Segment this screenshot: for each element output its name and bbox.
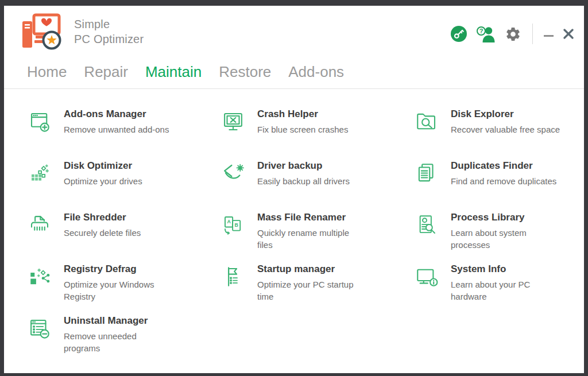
tool-title: System Info [451,263,530,275]
titlebar: Simple PC Optimizer [4,6,584,59]
tool-title: Add-ons Manager [64,108,169,120]
tool-tile-uninstall-manager[interactable]: Uninstall Manager Remove unneeded progra… [27,315,220,367]
svg-text:B: B [235,222,238,228]
close-button[interactable] [562,28,575,40]
tool-title: Startup manager [257,263,354,275]
tool-text: Disk Optimizer Optimize your drives [64,160,142,187]
tool-tile-driver-backup[interactable]: Driver backup Easily backup all drivers [220,160,414,212]
tool-title: Disk Optimizer [64,160,142,172]
duplicates-finder-icon [414,161,439,185]
tool-description: Securely delete files [64,227,141,239]
tool-tile-registry-defrag[interactable]: Registry Defrag Optimize your Windows Re… [27,263,220,315]
key-icon [451,26,467,42]
gear-icon [505,26,521,42]
crash-helper-icon [220,110,246,134]
nav-item-addons[interactable]: Add-ons [288,62,344,82]
tool-tile-addons-manager[interactable]: Add-ons Manager Remove unwanted add-ons [27,108,220,160]
app-title: Simple PC Optimizer [74,17,144,46]
tool-description: Learn about system processes [451,227,527,251]
tool-text: Startup manager Optimize your PC startup… [257,263,354,303]
titlebar-separator [532,24,533,44]
app-title-line2: PC Optimizer [74,32,144,46]
tool-title: Registry Defrag [64,263,154,275]
tool-description: Optimize your drives [64,175,142,187]
tool-title: Disk Explorer [451,108,560,120]
tool-text: Driver backup Easily backup all drivers [257,160,350,187]
disk-explorer-icon [414,110,439,134]
titlebar-actions: ? [451,13,575,44]
tool-description: Quickly rename multiple files [257,227,349,251]
tool-tile-disk-explorer[interactable]: Disk Explorer Recover valuable free spac… [414,108,584,160]
tool-tile-system-info[interactable]: System Info Learn about your PC hardware [414,263,584,315]
tool-description: Fix blue screen crashes [257,123,348,135]
tool-title: Process Library [451,212,527,223]
tool-description: Remove unwanted add-ons [64,123,169,135]
support-button[interactable]: ? [475,25,496,43]
tool-tile-duplicates-finder[interactable]: Duplicates Finder Find and remove duplic… [414,160,584,212]
tool-tile-file-shredder[interactable]: File Shredder Securely delete files [27,212,220,263]
tool-text: Disk Explorer Recover valuable free spac… [451,108,560,135]
tool-description: Easily backup all drivers [257,175,350,187]
tool-tile-mass-file-renamer[interactable]: A B Mass File Renamer Quickly rename mul… [220,212,414,263]
tool-text: Process Library Learn about system proce… [451,212,527,251]
addons-manager-icon [27,110,52,134]
tool-text: Mass File Renamer Quickly rename multipl… [257,212,349,251]
tool-text: Crash Helper Fix blue screen crashes [257,108,348,135]
tool-text: Uninstall Manager Remove unneeded progra… [64,315,148,354]
brand: Simple PC Optimizer [21,13,144,50]
tool-grid: Add-ons Manager Remove unwanted add-ons [4,89,584,367]
svg-text:A: A [227,219,231,224]
nav-item-maintain[interactable]: Maintain [145,62,202,82]
startup-manager-icon [220,265,246,289]
driver-backup-icon [220,161,246,185]
tool-text: System Info Learn about your PC hardware [451,263,530,303]
tool-description: Optimize your PC startup time [257,278,354,303]
disk-optimizer-icon [27,161,52,185]
app-content: Simple PC Optimizer [4,6,584,373]
minimize-button[interactable] [544,32,554,37]
app-logo-icon [21,13,63,50]
tool-text: Add-ons Manager Remove unwanted add-ons [64,108,169,135]
registry-defrag-icon [27,265,52,289]
main-nav: Home Repair Maintain Restore Add-ons [4,59,584,89]
mass-file-renamer-icon: A B [220,213,246,237]
svg-text:?: ? [479,27,483,34]
tool-title: Mass File Renamer [257,212,349,223]
tool-title: Crash Helper [257,108,348,120]
tool-title: Driver backup [257,160,350,172]
tool-description: Learn about your PC hardware [451,278,530,303]
file-shredder-icon [27,213,52,237]
tool-title: Duplicates Finder [451,160,556,172]
app-window: Simple PC Optimizer [0,0,588,376]
tool-description: Optimize your Windows Registry [64,278,154,303]
tool-tile-process-library[interactable]: Process Library Learn about system proce… [414,212,584,263]
settings-button[interactable] [505,26,521,42]
license-key-button[interactable] [451,26,467,42]
nav-item-home[interactable]: Home [27,62,67,82]
tool-description: Find and remove duplicates [451,175,556,187]
tool-description: Recover valuable free space [451,123,560,135]
nav-item-repair[interactable]: Repair [84,62,128,82]
close-icon [562,28,575,40]
uninstall-manager-icon [27,316,52,340]
process-library-icon [414,213,439,237]
support-person-icon: ? [475,25,496,43]
tool-title: Uninstall Manager [64,315,148,327]
tool-tile-crash-helper[interactable]: Crash Helper Fix blue screen crashes [220,108,414,160]
system-info-icon [414,265,439,289]
tool-description: Remove unneeded programs [64,330,148,354]
minimize-icon [544,35,554,37]
tool-tile-startup-manager[interactable]: Startup manager Optimize your PC startup… [220,263,414,315]
tool-text: Duplicates Finder Find and remove duplic… [451,160,556,187]
tool-text: Registry Defrag Optimize your Windows Re… [64,263,154,303]
nav-item-restore[interactable]: Restore [219,62,271,82]
tool-text: File Shredder Securely delete files [64,212,141,239]
tool-tile-disk-optimizer[interactable]: Disk Optimizer Optimize your drives [27,160,220,212]
tool-title: File Shredder [64,212,141,223]
app-title-line1: Simple [74,17,144,32]
